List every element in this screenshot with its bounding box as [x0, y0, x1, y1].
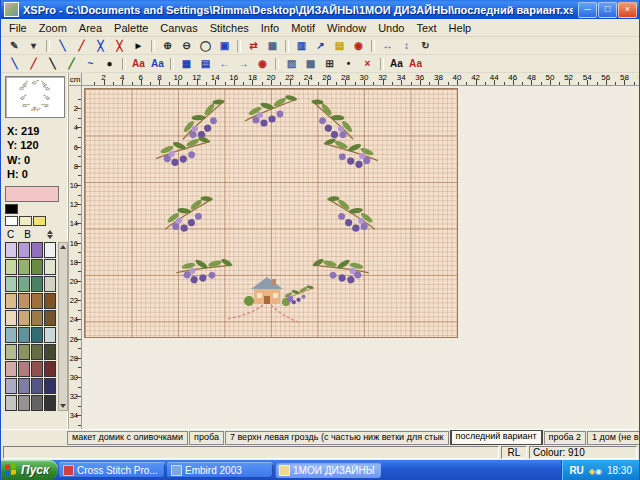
- taskbar-button[interactable]: 1МОИ ДИЗАЙНЫ: [275, 462, 381, 478]
- palette-swatch[interactable]: [5, 378, 17, 394]
- motif-arrow-icon[interactable]: ↗: [311, 37, 330, 54]
- palette-swatch[interactable]: [44, 327, 56, 343]
- toolbar-button[interactable]: [46, 40, 50, 52]
- zoom-out-icon[interactable]: ⊖: [177, 37, 196, 54]
- palette-swatch[interactable]: [44, 344, 56, 360]
- toolbar-button[interactable]: [380, 58, 384, 70]
- stepper-down-icon[interactable]: [47, 235, 53, 239]
- backstitch-red-icon[interactable]: ╱: [24, 55, 43, 72]
- canvas-viewport[interactable]: [82, 86, 639, 429]
- full-cross-stitch-icon[interactable]: ╳: [91, 37, 110, 54]
- palette-swatch[interactable]: [44, 259, 56, 275]
- target-icon[interactable]: ◉: [349, 37, 368, 54]
- taskbar-button[interactable]: Embird 2003: [167, 462, 273, 478]
- palette-swatch[interactable]: [5, 293, 17, 309]
- motif-copy-icon[interactable]: ▥: [292, 37, 311, 54]
- palette-swatch[interactable]: [31, 395, 43, 411]
- toolbar-button[interactable]: [151, 40, 155, 52]
- text-tool-red-icon[interactable]: Aa: [129, 55, 148, 72]
- layout-rows-icon[interactable]: ▤: [196, 55, 215, 72]
- menu-item[interactable]: Palette: [108, 21, 154, 35]
- menu-item[interactable]: Canvas: [154, 21, 203, 35]
- toolbar-button[interactable]: [371, 40, 375, 52]
- menu-item[interactable]: Undo: [372, 21, 410, 35]
- menu-item[interactable]: Window: [321, 21, 372, 35]
- palette-swatch[interactable]: [18, 276, 30, 292]
- zoom-region-icon[interactable]: ◯: [196, 37, 215, 54]
- palette-swatch[interactable]: [18, 378, 30, 394]
- palette-swatch[interactable]: [5, 276, 17, 292]
- layout-grid-icon[interactable]: ▦: [177, 55, 196, 72]
- palette-swatch[interactable]: [5, 242, 17, 258]
- zoom-in-icon[interactable]: ⊕: [158, 37, 177, 54]
- curve-stitch-icon[interactable]: ~: [81, 55, 100, 72]
- palette-swatch[interactable]: [18, 327, 30, 343]
- taskbar-button[interactable]: Cross Stitch Pro...: [59, 462, 165, 478]
- palette-swatch[interactable]: [18, 293, 30, 309]
- pencil-tool-icon[interactable]: ✎: [5, 37, 24, 54]
- document-tab[interactable]: последний вариант: [450, 429, 543, 445]
- palette-swatch[interactable]: [18, 361, 30, 377]
- palette-swatch[interactable]: [31, 242, 43, 258]
- palette-swatch[interactable]: [18, 395, 30, 411]
- palette-swatch[interactable]: [18, 242, 30, 258]
- backstitch-green-icon[interactable]: ╱: [62, 55, 81, 72]
- palette-swatch[interactable]: [31, 259, 43, 275]
- palette-swatch[interactable]: [18, 259, 30, 275]
- highlight-icon[interactable]: ▤: [330, 37, 349, 54]
- scroll-down-icon[interactable]: [60, 404, 66, 408]
- language-indicator[interactable]: RU: [569, 465, 583, 476]
- palette-swatch[interactable]: [31, 293, 43, 309]
- select-arrow-icon[interactable]: ►: [129, 37, 148, 54]
- palette-swatch[interactable]: [19, 216, 32, 226]
- tray-volume-icon[interactable]: ◉: [595, 467, 602, 476]
- palette-swatch[interactable]: [31, 276, 43, 292]
- palette-swatch[interactable]: [31, 344, 43, 360]
- palette-stepper[interactable]: [47, 229, 53, 240]
- petite-stitch-icon[interactable]: ╳: [110, 37, 129, 54]
- palette-swatch[interactable]: [5, 204, 18, 214]
- color-wheel-icon[interactable]: ◉: [253, 55, 272, 72]
- menu-item[interactable]: Zoom: [33, 21, 73, 35]
- zoom-fit-icon[interactable]: ▣: [215, 37, 234, 54]
- palette-swatch[interactable]: [31, 361, 43, 377]
- menu-item[interactable]: Motif: [285, 21, 321, 35]
- toolbar-button[interactable]: [285, 40, 289, 52]
- mirror-horizontal-icon[interactable]: ↔: [378, 37, 397, 54]
- grid-toggle-icon[interactable]: ▦: [263, 37, 282, 54]
- palette-swatch[interactable]: [44, 310, 56, 326]
- document-tab[interactable]: проба: [189, 431, 224, 445]
- palette-swatch[interactable]: [31, 378, 43, 394]
- document-tab[interactable]: 1 дом (не весь для стыковки): [587, 431, 639, 445]
- french-knot-icon[interactable]: ●: [100, 55, 119, 72]
- menu-item[interactable]: Info: [255, 21, 285, 35]
- backstitch-black-icon[interactable]: ╲: [43, 55, 62, 72]
- palette-swatch[interactable]: [31, 327, 43, 343]
- scroll-up-icon[interactable]: [60, 245, 66, 249]
- pattern-dots-icon[interactable]: ▩: [301, 55, 320, 72]
- palette-swatch[interactable]: [33, 216, 46, 226]
- palette-swatch[interactable]: [5, 259, 17, 275]
- font-red-icon[interactable]: Аа: [406, 55, 425, 72]
- minimize-button[interactable]: ─: [578, 2, 597, 18]
- stepper-up-icon[interactable]: [47, 230, 53, 234]
- palette-swatch[interactable]: [44, 276, 56, 292]
- palette-swatch[interactable]: [44, 378, 56, 394]
- small-knot-icon[interactable]: •: [339, 55, 358, 72]
- mirror-vertical-icon[interactable]: ↕: [397, 37, 416, 54]
- half-stitch-back-icon[interactable]: ╲: [53, 37, 72, 54]
- palette-swatch[interactable]: [31, 310, 43, 326]
- stitch-grid[interactable]: [84, 88, 458, 338]
- menu-item[interactable]: Help: [443, 21, 478, 35]
- palette-swatch[interactable]: [5, 327, 17, 343]
- palette-swatch[interactable]: [44, 361, 56, 377]
- current-color-swatch[interactable]: [5, 186, 59, 202]
- menu-item[interactable]: File: [3, 21, 33, 35]
- close-button[interactable]: ×: [618, 2, 637, 18]
- palette-swatch[interactable]: [5, 361, 17, 377]
- palette-swatch[interactable]: [5, 344, 17, 360]
- delete-icon[interactable]: ×: [358, 55, 377, 72]
- menu-item[interactable]: Text: [410, 21, 442, 35]
- toolbar-button[interactable]: [170, 58, 174, 70]
- shift-left-icon[interactable]: ←: [215, 55, 234, 72]
